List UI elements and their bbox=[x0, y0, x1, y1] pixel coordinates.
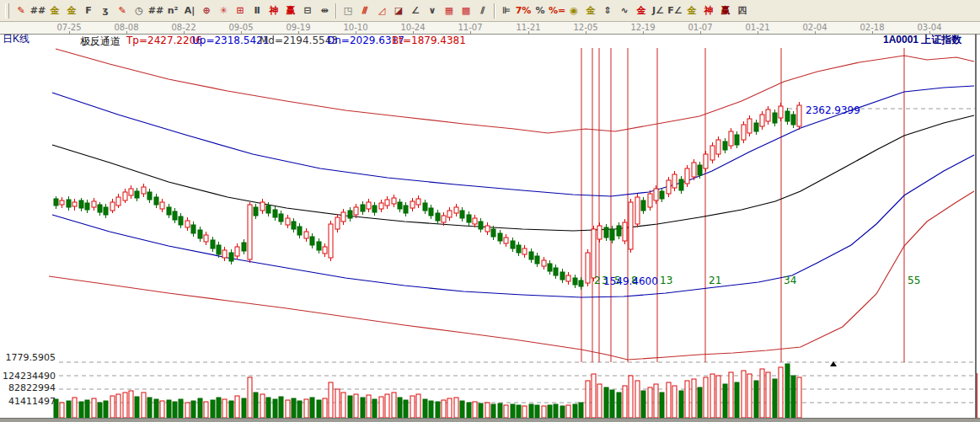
volume-bar bbox=[348, 396, 352, 418]
volume-bar bbox=[85, 400, 89, 418]
volume-bar bbox=[672, 386, 677, 418]
chart-right-border bbox=[975, 34, 977, 422]
candle-body bbox=[511, 241, 515, 248]
volume-bar bbox=[242, 398, 246, 418]
volume-bar bbox=[535, 405, 539, 418]
candle-body bbox=[779, 106, 783, 118]
kline-chart[interactable]: 2358132134552362.93991549.4600 bbox=[0, 0, 980, 422]
candle-body bbox=[654, 189, 658, 200]
volume-bar bbox=[592, 374, 596, 418]
volume-bar bbox=[123, 393, 127, 418]
candle-body bbox=[98, 205, 102, 212]
volume-bar bbox=[235, 396, 239, 418]
candle-body bbox=[385, 200, 389, 206]
candle-body bbox=[367, 202, 371, 209]
channel-line-bt bbox=[49, 191, 974, 360]
candle-body bbox=[323, 247, 327, 254]
candle-body bbox=[766, 110, 770, 121]
volume-bar bbox=[129, 391, 133, 418]
volume-bar bbox=[79, 402, 83, 418]
candle-body bbox=[279, 214, 283, 222]
candle-body bbox=[635, 197, 640, 224]
channel-line-tp bbox=[56, 49, 974, 133]
candle-body bbox=[716, 140, 720, 154]
candle-body bbox=[104, 207, 108, 215]
candle-body bbox=[191, 225, 195, 233]
volume-bar bbox=[404, 400, 408, 418]
candle-body bbox=[110, 202, 115, 211]
volume-bar bbox=[436, 402, 440, 418]
volume-bar bbox=[735, 382, 739, 418]
candle-body bbox=[685, 168, 689, 184]
candle-body bbox=[129, 189, 133, 195]
candle-body bbox=[535, 256, 539, 264]
volume-bar bbox=[797, 377, 801, 418]
volume-bar bbox=[217, 398, 221, 418]
volume-bar bbox=[72, 398, 77, 418]
candle-body bbox=[392, 198, 396, 204]
volume-bar bbox=[410, 396, 415, 418]
candle-body bbox=[329, 224, 333, 258]
volume-bar bbox=[429, 401, 433, 418]
candle-body bbox=[217, 245, 221, 254]
volume-bar bbox=[522, 406, 527, 418]
volume-bar bbox=[629, 376, 633, 418]
volume-bar bbox=[279, 397, 283, 418]
candle-body bbox=[754, 123, 758, 131]
candle-body bbox=[310, 237, 314, 245]
candle-body bbox=[67, 200, 71, 207]
volume-bar bbox=[92, 398, 96, 418]
volume-bar bbox=[529, 404, 533, 418]
candle-body bbox=[142, 187, 146, 194]
volume-bar bbox=[785, 364, 790, 418]
volume-bar bbox=[266, 398, 270, 418]
candle-body bbox=[566, 275, 570, 281]
volume-bar bbox=[167, 400, 171, 418]
volume-bar bbox=[204, 402, 208, 418]
volume-bar bbox=[498, 403, 502, 418]
candle-body bbox=[542, 260, 546, 266]
volume-bar bbox=[361, 398, 365, 418]
volume-bar bbox=[654, 384, 658, 418]
candle-body bbox=[135, 191, 139, 198]
candle-body bbox=[248, 205, 252, 259]
low-price-label: 1549.4600 bbox=[603, 275, 658, 287]
candle-body bbox=[729, 131, 733, 146]
bottom-strip bbox=[0, 418, 980, 422]
candle-body bbox=[92, 201, 96, 207]
candle-body bbox=[517, 245, 521, 253]
volume-bar bbox=[542, 406, 546, 418]
volume-bar bbox=[460, 401, 464, 418]
candle-body bbox=[198, 230, 202, 238]
candle-body bbox=[447, 211, 452, 217]
candle-body bbox=[235, 247, 239, 256]
volume-bar bbox=[191, 401, 195, 418]
volume-bar bbox=[610, 390, 614, 418]
volume-bar bbox=[110, 396, 115, 418]
candle-body bbox=[286, 218, 290, 225]
volume-bar bbox=[635, 381, 640, 418]
volume-bar bbox=[317, 400, 321, 418]
volume-bar bbox=[116, 394, 120, 418]
volume-bar bbox=[254, 393, 258, 418]
candle-body bbox=[692, 163, 696, 177]
volume-bar bbox=[179, 399, 183, 418]
volume-bar bbox=[335, 389, 340, 418]
volume-bar bbox=[685, 381, 689, 418]
volume-bar bbox=[566, 405, 570, 418]
candle-body bbox=[573, 278, 577, 285]
candle-body bbox=[79, 200, 83, 208]
candle-body bbox=[160, 202, 164, 209]
candle-body bbox=[54, 199, 58, 206]
candle-body bbox=[460, 211, 464, 218]
candle-body bbox=[341, 212, 345, 222]
candle-body bbox=[679, 179, 683, 190]
candle-body bbox=[361, 205, 365, 211]
candle-body bbox=[648, 194, 652, 207]
volume-bar bbox=[229, 401, 233, 418]
candle-body bbox=[641, 200, 645, 211]
volume-bar bbox=[367, 395, 371, 418]
channel-line-md bbox=[52, 115, 974, 231]
candle-body bbox=[604, 227, 608, 238]
candle-body bbox=[85, 203, 89, 210]
